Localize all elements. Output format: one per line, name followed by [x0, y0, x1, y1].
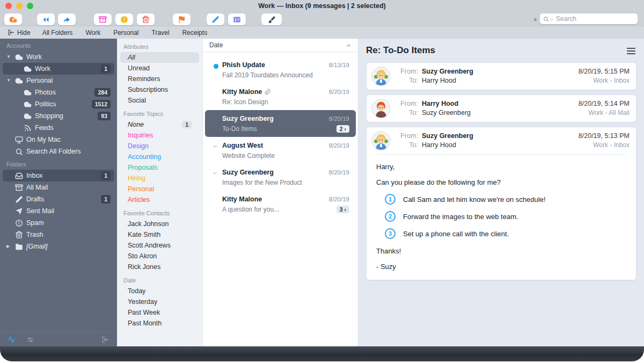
- hamburger-menu-icon[interactable]: [627, 48, 635, 49]
- title-bar: Work — Inbox (9 messages | 2 selected): [0, 0, 644, 12]
- topic-design[interactable]: Design: [120, 141, 199, 151]
- sidebar-folder-drafts[interactable]: Drafts 1: [3, 193, 114, 205]
- contacts-button[interactable]: [228, 13, 246, 25]
- message-header[interactable]: From:Suzy Greenberg To:Harry Hood 8/20/1…: [367, 127, 636, 154]
- contact-sto-akron[interactable]: Sto Akron: [120, 251, 199, 262]
- tab-personal[interactable]: Personal: [113, 29, 138, 37]
- sidebar-folder-gmail[interactable]: ▶ [Gmail]: [3, 241, 114, 252]
- message-datetime: 8/20/19, 5:13 PM: [579, 132, 630, 140]
- attribute-subscriptions[interactable]: Subscriptions: [120, 84, 199, 95]
- message-datetime: 8/20/19, 5:15 PM: [579, 68, 630, 75]
- topic-articles[interactable]: Articles: [120, 194, 199, 205]
- accounts-section-label: Accounts: [0, 39, 117, 51]
- collapse-sidebar-icon[interactable]: [101, 336, 109, 344]
- sidebar-folder-trash[interactable]: Trash: [3, 229, 114, 241]
- sidebar-mailbox-work[interactable]: Work 1: [3, 63, 114, 75]
- topic-none[interactable]: None1: [120, 119, 199, 130]
- hide-panel-icon: [8, 29, 14, 36]
- date-past-month[interactable]: Past Month: [120, 318, 199, 329]
- sort-header[interactable]: Date: [203, 39, 358, 52]
- sidebar-account-personal[interactable]: ▼ Personal: [3, 75, 114, 86]
- contact-rick-jones[interactable]: Rick Jones: [120, 262, 199, 272]
- reader-pane: Re: To-Do Items From:Suzy Greenberg To:H…: [358, 39, 644, 346]
- cleanup-button[interactable]: [261, 13, 282, 25]
- topic-hiring[interactable]: Hiring: [120, 173, 199, 184]
- message-list-item[interactable]: ← Suzy Greenberg 8/20/19 Images for the …: [205, 164, 356, 191]
- sidebar-account-work[interactable]: ▼ Work: [3, 51, 114, 63]
- sidebar-folder-all-mail[interactable]: All Mail: [3, 182, 114, 193]
- message-header[interactable]: From:Harry Hood To:Suzy Greenberg 8/20/1…: [367, 95, 636, 122]
- flag-button[interactable]: [173, 13, 191, 25]
- contact-kate-smith[interactable]: Kate Smith: [120, 229, 199, 240]
- sliders-icon[interactable]: [26, 336, 34, 344]
- trash-icon: [142, 16, 150, 24]
- forward-button[interactable]: [58, 13, 76, 25]
- search-field[interactable]: [540, 13, 638, 24]
- unread-badge: 93: [98, 112, 111, 120]
- contact-jack-johnson[interactable]: Jack Johnson: [120, 219, 199, 229]
- message-header[interactable]: From:Suzy Greenberg To:Harry Hood 8/20/1…: [367, 63, 636, 90]
- tab-receipts[interactable]: Receipts: [182, 29, 207, 37]
- sidebar-folder-sent-mail[interactable]: Sent Mail: [3, 205, 114, 217]
- date-today[interactable]: Today: [120, 286, 199, 296]
- message-list-item[interactable]: ← August West 8/20/19 Website Complete: [205, 137, 356, 164]
- date-section-label: Date: [117, 272, 202, 286]
- avatar: [371, 99, 391, 118]
- reply-button[interactable]: [37, 13, 55, 25]
- search-input[interactable]: [555, 14, 634, 23]
- message-list-item[interactable]: Kitty Malone 8/20/19 A question for you.…: [205, 191, 356, 217]
- delete-button[interactable]: [137, 13, 155, 25]
- message-list: Date Phish Update 8/13/19 Fall 2019 Tour…: [203, 39, 358, 346]
- sidebar-mailbox-politics[interactable]: Politics 1512: [3, 98, 114, 110]
- flag-icon: [178, 16, 186, 24]
- hide-sidebar-button[interactable]: Hide: [8, 29, 31, 37]
- message-list-item[interactable]: Kitty Malone 8/20/19 Re: Icon Design: [205, 83, 356, 110]
- topic-proposals[interactable]: Proposals: [120, 162, 199, 173]
- sidebar-search-all-folders[interactable]: Search All Folders: [3, 146, 114, 157]
- unread-badge: 1: [101, 64, 111, 73]
- topic-accounting[interactable]: Accounting: [120, 151, 199, 162]
- rss-icon: [24, 124, 32, 132]
- disclosure-down-icon[interactable]: ▼: [6, 78, 12, 83]
- forward-icon: [63, 16, 71, 24]
- sidebar-on-my-mac[interactable]: On My Mac: [3, 134, 114, 146]
- topic-personal[interactable]: Personal: [120, 184, 199, 194]
- attribute-all[interactable]: All: [120, 52, 199, 63]
- topic-inquiries[interactable]: Inquiries: [120, 130, 199, 141]
- attribute-unread[interactable]: Unread: [120, 63, 199, 74]
- message-card-expanded: From:Suzy Greenberg To:Harry Hood 8/20/1…: [366, 127, 636, 280]
- contact-scott-andrews[interactable]: Scott Andrews: [120, 240, 199, 251]
- message-list-item-selected[interactable]: Suzy Greenberg 8/20/19 To-Do Items 2 ›: [205, 110, 356, 137]
- mark-spam-button[interactable]: [115, 13, 133, 25]
- date-yesterday[interactable]: Yesterday: [120, 296, 199, 307]
- body-closing: Thanks!: [376, 247, 626, 255]
- compose-button[interactable]: [207, 13, 224, 25]
- activity-icon[interactable]: [8, 336, 16, 344]
- contact-card-icon: [233, 16, 241, 24]
- message-list-item[interactable]: Phish Update 8/13/19 Fall 2019 Tourdates…: [205, 56, 356, 83]
- archive-button[interactable]: [94, 13, 112, 25]
- tab-work[interactable]: Work: [85, 29, 100, 37]
- reply-all-icon: [42, 16, 50, 24]
- send-button[interactable]: [4, 13, 22, 25]
- sidebar-mailbox-feeds[interactable]: Feeds: [3, 122, 114, 134]
- date-past-week[interactable]: Past Week: [120, 307, 199, 318]
- sidebar-mailbox-shopping[interactable]: Shopping 93: [3, 110, 114, 122]
- sidebar: Accounts ▼ Work Work 1 ▼ Personal Photos…: [0, 39, 117, 346]
- paperclip-icon: [265, 89, 271, 95]
- tab-all-folders[interactable]: All Folders: [42, 29, 73, 37]
- cloud-icon: [24, 100, 32, 108]
- disclosure-down-icon[interactable]: ▼: [6, 55, 12, 59]
- sidebar-folder-inbox[interactable]: Inbox 1: [3, 170, 114, 182]
- sidebar-folder-spam[interactable]: Spam: [3, 217, 114, 229]
- filter-column: Attributes All Unread Reminders Subscrip…: [117, 39, 203, 346]
- unread-dot-icon: [214, 64, 218, 69]
- disclosure-right-icon[interactable]: ▶: [6, 244, 12, 249]
- attribute-social[interactable]: Social: [120, 95, 199, 106]
- toolbar-separator-dot: [534, 18, 537, 21]
- attribute-reminders[interactable]: Reminders: [120, 74, 199, 84]
- attributes-section-label: Attributes: [117, 39, 202, 52]
- search-icon: [15, 148, 23, 156]
- sidebar-mailbox-photos[interactable]: Photos 284: [3, 86, 114, 98]
- tab-travel[interactable]: Travel: [152, 29, 170, 37]
